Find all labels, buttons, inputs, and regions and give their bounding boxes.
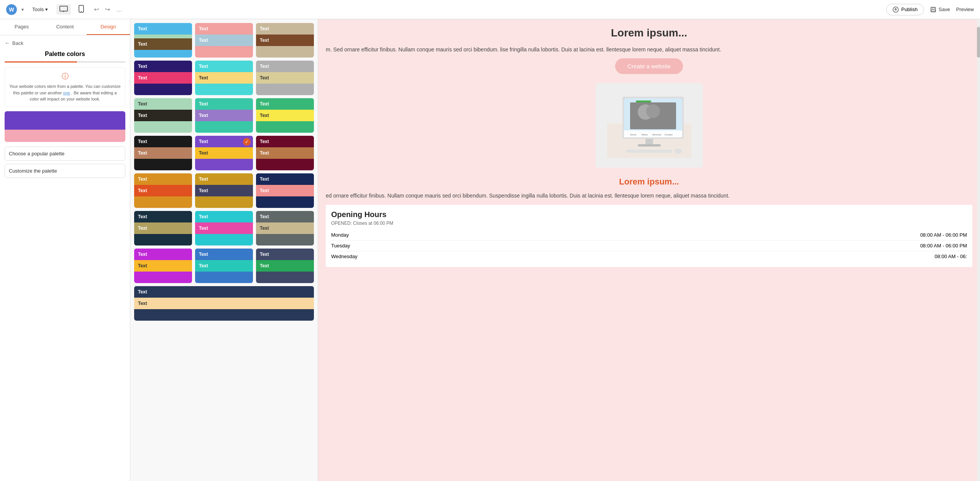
palette-card-p15[interactable]: TextText — [256, 173, 314, 208]
current-palette[interactable] — [5, 111, 125, 142]
scrollbar-thumb[interactable] — [977, 27, 980, 58]
tab-design[interactable]: Design — [87, 19, 130, 35]
hours-row: Tuesday08:00 AM - 06:00 PM — [331, 240, 967, 251]
preview-content: Lorem ipsum... m. Sed ornare efficitur f… — [318, 19, 980, 275]
palette-card-p22[interactable]: TextText — [134, 286, 314, 321]
palette-top-text: Text — [134, 61, 192, 72]
preview-cta-btn[interactable]: Create a website — [615, 58, 683, 74]
svg-text:About: About — [642, 133, 648, 136]
palette-top-text: Text — [195, 136, 253, 147]
palette-top-text: Text — [134, 136, 192, 147]
palette-card-p10[interactable]: TextText — [134, 136, 192, 170]
customize-palette-btn[interactable]: Customize the palette — [5, 164, 125, 178]
palette-selected-check: ✓ — [243, 138, 251, 146]
palette-card-p21[interactable]: TextText — [256, 249, 314, 283]
palette-card-p3[interactable]: TextText — [256, 23, 314, 58]
svg-rect-16 — [645, 139, 653, 145]
palette-top-text: Text — [195, 211, 253, 222]
palette-bottom-text: Text — [134, 298, 314, 309]
back-label: Back — [12, 40, 23, 46]
palette-card-p11[interactable]: TextText✓ — [195, 136, 253, 170]
palette-top-text: Text — [256, 249, 314, 260]
palette-card-p13[interactable]: TextText — [134, 173, 192, 208]
palette-card-p16[interactable]: TextText — [134, 211, 192, 245]
undo-btn[interactable]: ↩ — [92, 4, 101, 15]
palette-card-p12[interactable]: TextText — [256, 136, 314, 170]
svg-text:Contact: Contact — [665, 133, 673, 136]
save-btn[interactable]: Save — [930, 7, 950, 13]
back-arrow-icon: ← — [5, 40, 10, 46]
left-panel: Pages Content Design ← Back Palette colo… — [0, 19, 130, 481]
scrollbar[interactable] — [977, 19, 980, 481]
palette-card-p8[interactable]: TextText — [195, 98, 253, 133]
palette-card-p1[interactable]: TextText — [134, 23, 192, 58]
palette-bottom-text: Text — [195, 110, 253, 121]
preview-title: Lorem ipsum... — [326, 27, 972, 39]
mobile-icon — [79, 5, 84, 13]
mobile-view-btn[interactable] — [76, 3, 87, 15]
palette-bottom-text: Text — [195, 35, 253, 46]
palette-card-p6[interactable]: TextText — [256, 61, 314, 95]
publish-label: Publish — [901, 7, 918, 12]
preview-subtitle: Lorem ipsum... — [326, 177, 972, 187]
hours-rows: Monday08:00 AM - 06:00 PMTuesday08:00 AM… — [331, 230, 967, 262]
palette-top-text: Text — [134, 98, 192, 110]
palette-bottom-text: Text — [256, 260, 314, 272]
preview-monitor-image: Home About Services Contact — [596, 83, 703, 168]
tools-menu[interactable]: Tools ▾ — [28, 4, 52, 15]
desktop-view-btn[interactable] — [56, 4, 71, 15]
tools-label: Tools — [32, 7, 44, 12]
palette-card-p4[interactable]: TextText — [134, 61, 192, 95]
palette-top-text: Text — [256, 23, 314, 35]
tools-chevron: ▾ — [45, 7, 48, 12]
preview-intro-text: m. Sed ornare efficitur finibus. Nullam … — [326, 45, 972, 54]
palette-bottom-text: Text — [256, 110, 314, 121]
info-box: ⓘ Your website colors stem from a palett… — [5, 67, 125, 107]
svg-text:Services: Services — [652, 133, 661, 136]
palette-bottom-text: Text — [134, 147, 192, 159]
preview-image-container: Home About Services Contact — [326, 83, 972, 168]
palette-top-text: Text — [134, 286, 314, 298]
hours-section: Opening Hours OPENED: Closes at 06:00 PM… — [326, 205, 972, 267]
back-link[interactable]: ← Back — [5, 40, 125, 46]
palette-card-p18[interactable]: TextText — [256, 211, 314, 245]
info-link[interactable]: one — [63, 91, 70, 95]
svg-rect-20 — [636, 100, 651, 102]
logo-dropdown[interactable]: ▾ — [21, 7, 24, 12]
hours-row: Monday08:00 AM - 06:00 PM — [331, 230, 967, 240]
palette-bottom-text: Text — [195, 222, 253, 234]
palette-card-p5[interactable]: TextText — [195, 61, 253, 95]
hours-day: Monday — [331, 232, 349, 238]
preview-area: Lorem ipsum... m. Sed ornare efficitur f… — [318, 19, 980, 481]
tab-pages[interactable]: Pages — [0, 19, 43, 35]
more-btn[interactable]: … — [114, 4, 125, 15]
choose-palette-btn[interactable]: Choose a popular palette — [5, 147, 125, 161]
preview-btn[interactable]: Preview — [956, 7, 974, 12]
svg-rect-8 — [931, 10, 935, 12]
hours-time: 08:00 AM - 06:00 PM — [920, 232, 967, 238]
info-icon: ⓘ — [9, 71, 121, 82]
redo-btn[interactable]: ↪ — [103, 4, 112, 15]
palette-bottom-text: Text — [134, 72, 192, 84]
palette-card-p19[interactable]: TextText — [134, 249, 192, 283]
svg-point-19 — [674, 148, 682, 154]
palette-bottom-text: Text — [134, 260, 192, 272]
palette-card-p7[interactable]: TextText — [134, 98, 192, 133]
publish-btn[interactable]: Publish — [886, 4, 924, 15]
palette-card-p20[interactable]: TextText — [195, 249, 253, 283]
svg-text:Home: Home — [630, 133, 637, 136]
palette-card-p14[interactable]: TextText — [195, 173, 253, 208]
palette-card-p17[interactable]: TextText — [195, 211, 253, 245]
palette-top-text: Text — [256, 173, 314, 185]
palette-bottom-text: Text — [195, 147, 253, 159]
palette-card-p2[interactable]: TextText — [195, 23, 253, 58]
hours-title: Opening Hours — [331, 210, 967, 219]
tab-bar: Pages Content Design — [0, 19, 130, 35]
monitor-icon — [59, 6, 68, 12]
palette-top-text: Text — [256, 136, 314, 147]
svg-rect-6 — [931, 7, 936, 12]
palette-top-text: Text — [195, 98, 253, 110]
palette-divider — [5, 61, 125, 63]
tab-content[interactable]: Content — [43, 19, 87, 35]
palette-card-p9[interactable]: TextText — [256, 98, 314, 133]
